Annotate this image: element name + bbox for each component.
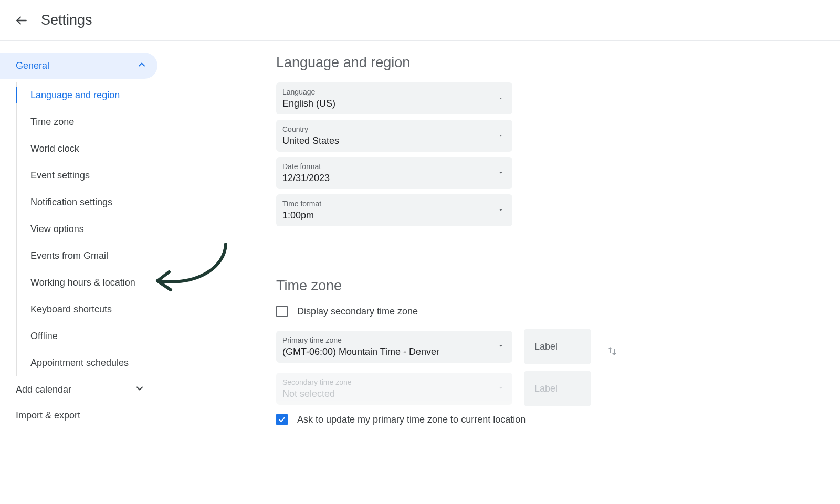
- arrow-left-icon: [15, 14, 28, 27]
- sidebar-item-working-hours-location[interactable]: Working hours & location: [17, 269, 178, 296]
- secondary-tz-checkbox-row: Display secondary time zone: [276, 306, 840, 317]
- caret-down-icon: [498, 94, 504, 103]
- sidebar-sublist: Language and region Time zone World cloc…: [16, 82, 178, 376]
- checkbox-label: Ask to update my primary time zone to cu…: [297, 414, 526, 425]
- date-format-select[interactable]: Date format 12/31/2023: [276, 157, 512, 189]
- sidebar-section-label: Import & export: [16, 410, 80, 421]
- sidebar-item-label: Language and region: [30, 90, 120, 100]
- sidebar-item-language-region[interactable]: Language and region: [17, 82, 178, 109]
- select-value: English (US): [282, 98, 504, 109]
- checkbox-label: Display secondary time zone: [297, 306, 418, 317]
- primary-tz-label-input[interactable]: Label: [524, 329, 591, 364]
- sidebar-item-label: Event settings: [30, 170, 90, 181]
- chevron-up-icon: [136, 59, 147, 72]
- select-value: 12/31/2023: [282, 173, 504, 184]
- select-label: Primary time zone: [282, 336, 504, 344]
- sidebar-item-notification-settings[interactable]: Notification settings: [17, 189, 178, 216]
- select-label: Time format: [282, 200, 504, 208]
- secondary-tz-checkbox[interactable]: [276, 306, 288, 317]
- select-value: 1:00pm: [282, 210, 504, 221]
- secondary-timezone-select: Secondary time zone Not selected: [276, 373, 512, 405]
- sidebar-item-events-from-gmail[interactable]: Events from Gmail: [17, 243, 178, 269]
- sidebar-item-time-zone[interactable]: Time zone: [17, 109, 178, 135]
- sidebar-section-import-export[interactable]: Import & export: [0, 403, 158, 428]
- sidebar-item-label: Appointment schedules: [30, 358, 129, 368]
- sidebar-item-label: Events from Gmail: [30, 250, 108, 261]
- time-format-select[interactable]: Time format 1:00pm: [276, 194, 512, 226]
- chevron-down-icon: [134, 383, 145, 396]
- ask-update-tz-checkbox[interactable]: [276, 414, 288, 425]
- swap-timezones-icon: [606, 345, 618, 358]
- country-select[interactable]: Country United States: [276, 120, 512, 152]
- caret-down-icon: [498, 131, 504, 141]
- section-title-time-zone: Time zone: [276, 278, 840, 294]
- sidebar-item-label: View options: [30, 224, 84, 234]
- sidebar-item-world-clock[interactable]: World clock: [17, 135, 178, 162]
- select-label: Date format: [282, 162, 504, 171]
- sidebar-item-label: Offline: [30, 331, 58, 341]
- sidebar-item-offline[interactable]: Offline: [17, 323, 178, 350]
- sidebar-item-appointment-schedules[interactable]: Appointment schedules: [17, 350, 178, 376]
- select-label: Secondary time zone: [282, 378, 504, 386]
- main-content: Language and region Language English (US…: [178, 50, 840, 437]
- sidebar-section-general[interactable]: General: [0, 52, 158, 79]
- back-button[interactable]: [15, 14, 28, 27]
- sidebar-item-label: Keyboard shortcuts: [30, 304, 112, 314]
- secondary-tz-label-input: Label: [524, 371, 591, 406]
- language-select[interactable]: Language English (US): [276, 82, 512, 114]
- input-placeholder: Label: [534, 341, 558, 352]
- page-title: Settings: [41, 12, 92, 28]
- sidebar-item-label: World clock: [30, 143, 79, 154]
- section-title-language-region: Language and region: [276, 55, 840, 71]
- input-placeholder: Label: [534, 383, 558, 394]
- sidebar-item-label: Working hours & location: [30, 277, 135, 288]
- sidebar-item-keyboard-shortcuts[interactable]: Keyboard shortcuts: [17, 296, 178, 323]
- sidebar-item-view-options[interactable]: View options: [17, 216, 178, 243]
- select-value: United States: [282, 135, 504, 146]
- sidebar-section-add-calendar[interactable]: Add calendar: [0, 376, 158, 403]
- caret-down-icon: [498, 342, 504, 351]
- sidebar-item-event-settings[interactable]: Event settings: [17, 162, 178, 189]
- caret-down-icon: [498, 169, 504, 178]
- caret-down-icon: [498, 384, 504, 393]
- sidebar: General Language and region Time zone Wo…: [0, 50, 178, 437]
- ask-update-tz-row: Ask to update my primary time zone to cu…: [276, 414, 840, 425]
- caret-down-icon: [498, 206, 504, 215]
- sidebar-section-label: General: [16, 60, 49, 71]
- app-header: Settings: [0, 0, 840, 41]
- select-label: Country: [282, 125, 504, 133]
- select-label: Language: [282, 88, 504, 96]
- sidebar-item-label: Time zone: [30, 117, 74, 127]
- select-value: Not selected: [282, 388, 504, 400]
- select-value: (GMT-06:00) Mountain Time - Denver: [282, 346, 504, 358]
- sidebar-item-label: Notification settings: [30, 197, 112, 207]
- primary-timezone-select[interactable]: Primary time zone (GMT-06:00) Mountain T…: [276, 331, 512, 363]
- sidebar-section-label: Add calendar: [16, 384, 71, 395]
